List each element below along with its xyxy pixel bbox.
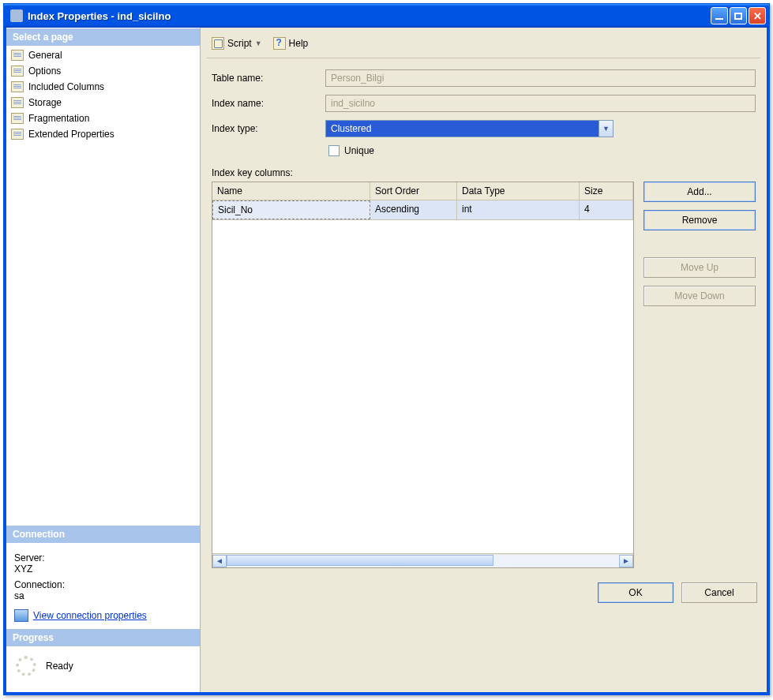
grid-body — [212, 220, 633, 553]
select-page-header: Select a page — [6, 28, 200, 46]
window-title: Index Properties - ind_sicilno — [28, 10, 711, 22]
index-columns-grid[interactable]: Name Sort Order Data Type Size Sicil_No … — [212, 182, 634, 568]
sidebar-item-label: Fragmentation — [28, 113, 89, 124]
toolbar: Script ▼ Help — [207, 32, 760, 58]
connection-panel: Server: XYZ Connection: sa View connecti… — [6, 543, 200, 628]
minimize-button[interactable] — [711, 7, 728, 24]
cancel-button[interactable]: Cancel — [681, 582, 757, 603]
app-icon — [10, 9, 23, 22]
unique-checkbox[interactable] — [328, 145, 340, 156]
ok-button[interactable]: OK — [598, 582, 674, 603]
move-down-button: Move Down — [644, 286, 756, 306]
index-name-field — [325, 95, 756, 112]
table-name-field — [325, 69, 756, 87]
progress-panel: Ready — [6, 646, 200, 692]
client-area: Select a page General Options Included C… — [4, 28, 769, 694]
script-icon — [212, 37, 224, 50]
sidebar-item-options[interactable]: Options — [6, 63, 200, 79]
connection-properties-icon — [14, 609, 28, 622]
index-type-value: Clustered — [331, 123, 599, 134]
add-button[interactable]: Add... — [644, 182, 756, 202]
scroll-right-button[interactable]: ► — [619, 555, 633, 567]
grid-header: Name Sort Order Data Type Size — [212, 182, 633, 200]
view-connection-properties-link[interactable]: View connection properties — [33, 610, 147, 621]
grid-buttons: Add... Remove Move Up Move Down — [644, 182, 756, 568]
script-label: Script — [227, 38, 252, 49]
index-type-combobox[interactable]: Clustered ▼ — [325, 120, 614, 137]
help-icon — [273, 37, 286, 50]
sidebar-item-label: Extended Properties — [28, 129, 114, 140]
main-panel: Script ▼ Help Table name: Index name: — [201, 28, 767, 692]
page-icon — [11, 113, 24, 124]
sidebar-item-fragmentation[interactable]: Fragmentation — [6, 110, 200, 126]
cell-size: 4 — [580, 200, 633, 219]
page-list: General Options Included Columns Storage… — [6, 46, 200, 144]
page-icon — [11, 81, 24, 92]
dialog-buttons: OK Cancel — [207, 571, 760, 606]
page-icon — [11, 97, 24, 108]
close-button[interactable]: ✕ — [749, 7, 766, 24]
col-header-size[interactable]: Size — [580, 182, 633, 200]
table-name-label: Table name: — [212, 73, 322, 84]
progress-header: Progress — [6, 628, 200, 646]
scroll-thumb[interactable] — [227, 555, 493, 566]
grid-area: Name Sort Order Data Type Size Sicil_No … — [212, 182, 756, 568]
page-icon — [11, 50, 24, 61]
cell-data-type: int — [457, 200, 580, 219]
server-label: Server: — [14, 552, 192, 563]
progress-status: Ready — [46, 661, 73, 672]
table-row[interactable]: Sicil_No Ascending int 4 — [212, 200, 633, 220]
progress-spinner-icon — [16, 656, 36, 676]
col-header-data-type[interactable]: Data Type — [457, 182, 580, 200]
help-button[interactable]: Help — [270, 36, 312, 51]
sidebar-item-label: Included Columns — [28, 81, 104, 92]
form-area: Table name: Index name: Index type: Clus… — [207, 58, 760, 571]
index-type-label: Index type: — [212, 123, 322, 134]
dialog-window: Index Properties - ind_sicilno ✕ Select … — [3, 3, 770, 695]
connection-header: Connection — [6, 525, 200, 543]
unique-label: Unique — [344, 145, 374, 156]
server-value: XYZ — [14, 563, 192, 575]
page-icon — [11, 66, 24, 77]
col-header-name[interactable]: Name — [212, 182, 370, 200]
sidebar: Select a page General Options Included C… — [6, 28, 201, 692]
sidebar-item-extended-properties[interactable]: Extended Properties — [6, 126, 200, 142]
scroll-left-button[interactable]: ◄ — [212, 555, 227, 567]
page-icon — [11, 129, 24, 140]
index-name-label: Index name: — [212, 98, 322, 109]
connection-label: Connection: — [14, 579, 192, 590]
titlebar[interactable]: Index Properties - ind_sicilno ✕ — [4, 4, 769, 28]
sidebar-item-included-columns[interactable]: Included Columns — [6, 79, 200, 95]
sidebar-item-general[interactable]: General — [6, 47, 200, 63]
chevron-down-icon[interactable]: ▼ — [255, 39, 262, 47]
cell-sort-order: Ascending — [370, 200, 457, 219]
remove-button[interactable]: Remove — [644, 210, 756, 230]
connection-value: sa — [14, 590, 192, 601]
scroll-track[interactable] — [227, 555, 619, 567]
cell-name[interactable]: Sicil_No — [212, 200, 370, 219]
col-header-sort-order[interactable]: Sort Order — [370, 182, 457, 200]
chevron-down-icon[interactable]: ▼ — [599, 121, 613, 137]
move-up-button: Move Up — [644, 257, 756, 278]
sidebar-spacer — [6, 144, 200, 525]
sidebar-item-label: Storage — [28, 97, 62, 108]
maximize-button[interactable] — [730, 7, 747, 24]
help-label: Help — [289, 38, 309, 49]
horizontal-scrollbar[interactable]: ◄ ► — [212, 553, 633, 567]
sidebar-item-label: Options — [28, 66, 61, 77]
script-button[interactable]: Script ▼ — [208, 36, 265, 51]
sidebar-item-label: General — [28, 50, 62, 61]
index-key-columns-label: Index key columns: — [212, 167, 756, 178]
sidebar-item-storage[interactable]: Storage — [6, 95, 200, 110]
